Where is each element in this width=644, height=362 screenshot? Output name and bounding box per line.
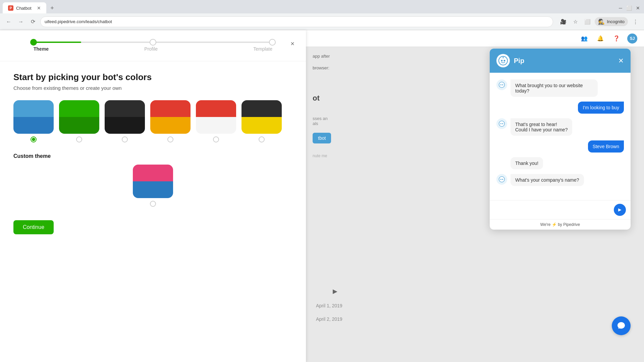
thank-you-message: Thank you! <box>511 157 543 169</box>
chat-send-button[interactable]: ► <box>614 204 626 216</box>
wizard-title: Start by picking your bot's colors <box>13 72 292 82</box>
bookmark-icon[interactable]: ☆ <box>571 17 580 26</box>
theme-item-red-yellow[interactable] <box>150 100 191 142</box>
svg-point-7 <box>502 84 503 85</box>
theme-swatch-custom <box>133 165 173 198</box>
main-area: Theme Profile Template × Start by pickin… <box>0 30 644 362</box>
tab-favicon: P <box>8 5 13 11</box>
step-dot-template[interactable] <box>269 39 276 46</box>
wizard-header: Theme Profile Template × <box>0 30 306 61</box>
theme-radio-custom[interactable] <box>150 201 156 207</box>
theme-swatch-dark-yellow <box>241 100 282 134</box>
step-dot-theme[interactable] <box>30 39 37 46</box>
window-close[interactable]: ✕ <box>636 5 640 11</box>
theme-radio-red-yellow[interactable] <box>167 136 173 142</box>
date-label-1: April 1, 2019 <box>316 303 342 308</box>
menu-button[interactable]: ⋮ <box>631 17 640 26</box>
active-tab[interactable]: P Chatbot ✕ <box>3 2 46 14</box>
svg-point-8 <box>499 121 505 127</box>
svg-point-6 <box>500 84 501 85</box>
forward-button[interactable]: → <box>16 17 25 26</box>
step-dot-profile[interactable] <box>150 39 156 46</box>
theme-swatch-green <box>59 100 99 134</box>
window-maximize[interactable]: ⬜ <box>626 5 632 11</box>
svg-point-9 <box>500 123 501 124</box>
chat-messages: What brought you to our website today? I… <box>490 73 631 200</box>
continue-button[interactable]: Continue <box>13 220 54 234</box>
bot-avatar-small-1 <box>496 79 507 90</box>
bot-bubble-3: What's your company's name? <box>511 174 584 186</box>
new-tab-button[interactable]: + <box>48 3 57 13</box>
chat-close-button[interactable]: ✕ <box>618 57 624 65</box>
theme-radio-dark[interactable] <box>122 136 128 142</box>
step-label-profile: Profile <box>144 46 158 52</box>
svg-point-2 <box>504 60 505 62</box>
bot-message-2: That's great to hear!Could I have your n… <box>496 118 624 136</box>
theme-swatch-red-white <box>196 100 236 134</box>
bot-bubble-2: That's great to hear!Could I have your n… <box>511 118 572 136</box>
user-bubble-2: Steve Brown <box>588 140 624 153</box>
theme-radio-blue[interactable] <box>31 136 37 142</box>
step-label-template: Template <box>253 46 272 52</box>
incognito-label: Incognito <box>607 19 625 24</box>
chat-input-area: ► <box>490 200 631 219</box>
tab-bar: P Chatbot ✕ + ─ ⬜ ✕ <box>0 0 644 13</box>
user-message-1: I'm looking to buy <box>496 102 624 114</box>
tab-close-button[interactable]: ✕ <box>37 5 41 11</box>
right-side: 👥 🔔 ❓ SJ app after browser: ot sses an a… <box>306 30 644 362</box>
nav-bar: ← → ⟳ uifeed.pipedrive.com/leads/chatbot… <box>0 13 644 30</box>
theme-item-dark-yellow[interactable] <box>241 100 282 142</box>
camera-off-icon[interactable]: 🎥 <box>558 17 568 26</box>
step-label-theme: Theme <box>34 46 49 52</box>
svg-point-12 <box>500 179 501 180</box>
svg-point-13 <box>502 179 503 180</box>
chatbot-btn[interactable]: tbot <box>313 133 331 143</box>
url-text: uifeed.pipedrive.com/leads/chatbot <box>45 19 112 24</box>
extension-icon[interactable]: ⬜ <box>583 17 592 26</box>
chat-widget: Pip ✕ What brought you to our website to <box>490 49 631 230</box>
theme-radio-dark-yellow[interactable] <box>259 136 265 142</box>
back-button[interactable]: ← <box>4 17 13 26</box>
theme-radio-green[interactable] <box>76 136 82 142</box>
browser-chrome: P Chatbot ✕ + ─ ⬜ ✕ ← → ⟳ uifeed.pipedri… <box>0 0 644 30</box>
theme-item-red-white[interactable] <box>196 100 236 142</box>
bot-message-3: What's your company's name? <box>496 174 624 186</box>
themes-grid <box>13 100 292 142</box>
chat-footer-text: We're ⚡ by Pipedrive <box>540 222 580 227</box>
user-bubble-1: I'm looking to buy <box>578 102 624 114</box>
bot-avatar <box>496 54 510 67</box>
wizard-subtitle: Choose from existing themes or create yo… <box>13 85 292 91</box>
help-icon[interactable]: ❓ <box>611 33 622 44</box>
theme-swatch-dark <box>105 100 145 134</box>
user-message-2: Steve Brown <box>496 140 624 153</box>
floating-chat-button[interactable] <box>612 316 631 335</box>
nav-icons: 🎥 ☆ ⬜ 🕵 Incognito ⋮ <box>558 17 640 26</box>
theme-item-green[interactable] <box>59 100 99 142</box>
bot-name: Pip <box>514 57 524 65</box>
theme-radio-red-white[interactable] <box>213 136 219 142</box>
svg-point-1 <box>501 60 503 62</box>
wizard-panel: Theme Profile Template × Start by pickin… <box>0 30 306 362</box>
theme-item-blue[interactable] <box>13 100 54 142</box>
theme-item-custom[interactable] <box>13 165 292 207</box>
refresh-button[interactable]: ⟳ <box>28 17 38 26</box>
user-avatar[interactable]: SJ <box>627 34 637 44</box>
chat-input[interactable] <box>494 207 611 213</box>
bot-avatar-small-3 <box>496 174 507 185</box>
chat-footer: We're ⚡ by Pipedrive <box>490 219 631 230</box>
notification-icon[interactable]: 🔔 <box>595 33 606 44</box>
bot-avatar-small-2 <box>496 118 507 129</box>
address-bar[interactable]: uifeed.pipedrive.com/leads/chatbot <box>40 16 553 27</box>
svg-point-5 <box>499 82 505 88</box>
wizard-body: Start by picking your bot's colors Choos… <box>0 61 306 245</box>
theme-item-dark[interactable] <box>105 100 145 142</box>
bot-bubble-1: What brought you to our website today? <box>511 79 598 97</box>
users-icon[interactable]: 👥 <box>579 33 590 44</box>
close-wizard-button[interactable]: × <box>287 38 298 49</box>
date-label-2: April 2, 2019 <box>316 316 342 322</box>
window-minimize[interactable]: ─ <box>619 5 622 11</box>
svg-point-11 <box>499 177 505 182</box>
app-topbar: 👥 🔔 ❓ SJ <box>306 30 644 47</box>
tab-title: Chatbot <box>16 6 32 11</box>
incognito-button[interactable]: 🕵 Incognito <box>595 17 628 26</box>
